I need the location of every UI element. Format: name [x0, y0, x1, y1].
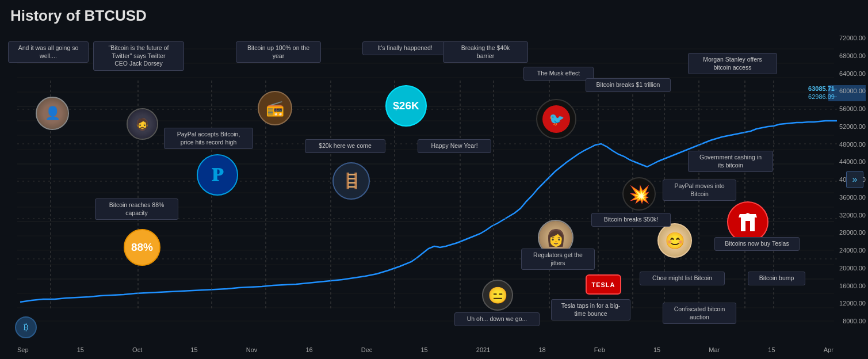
- annotation-88capacity: Bitcoin reaches 88%capacity: [95, 198, 178, 220]
- circle-paypal: 𝐏: [197, 154, 238, 196]
- circle-ladder: 🪜: [332, 162, 370, 200]
- annotation-50k: Bitcoin breaks $50k!: [591, 213, 671, 227]
- circle-crypto-logo: ₿: [15, 316, 37, 338]
- circle-explosion: 💥: [622, 177, 656, 211]
- chart-container: History of BTCUSD: [0, 0, 868, 359]
- circle-twitter-musk: 🐦: [536, 99, 576, 139]
- annotation-morgan: Morgan Stanley offersbitcoin access: [688, 53, 777, 74]
- annotation-twitter-dorsey: "Bitcoin is the future ofTwitter" says T…: [93, 41, 184, 71]
- annotation-confiscated: Confiscated bitcoinauction: [663, 303, 736, 324]
- price-low: 62986.09: [808, 93, 835, 100]
- annotation-paypal: PayPal accepts Bitcoin,price hits record…: [164, 128, 253, 149]
- price-high: 63085.71: [808, 85, 835, 92]
- annotation-trillion: Bitcoin breaks $1 trillion: [586, 78, 671, 92]
- annotation-regulators: Regulators get thejitters: [521, 249, 595, 270]
- circle-tesla-badge: TESLA: [586, 274, 621, 295]
- annotation-btc-100: Bitcoin up 100% on theyear: [236, 41, 321, 63]
- annotation-govt: Government cashing inits bitcoin: [688, 151, 773, 172]
- circle-person1: 👤: [36, 97, 69, 130]
- page-title: History of BTCUSD: [10, 7, 147, 25]
- circle-dorsey: 🧔: [127, 108, 158, 140]
- annotation-paypal2: PayPal moves intoBitcoin: [663, 180, 736, 201]
- annotation-40k: Breaking the $40kbarrier: [443, 41, 528, 63]
- annotation-tesla-bounce: Tesla taps in for a big-time bounce: [551, 299, 630, 320]
- circle-26k: $26K: [385, 85, 427, 127]
- circle-88: 88%: [124, 229, 160, 266]
- annotation-down: Uh oh... down we go...: [454, 312, 540, 326]
- annotation-20k: $20k here we come: [305, 139, 385, 153]
- annotation-going-well: And it was all going sowell....: [8, 41, 89, 63]
- circle-emoji-sad: 😑: [482, 280, 513, 311]
- annotation-new-year: Happy New Year!: [418, 139, 491, 153]
- circle-jukebox: 📻: [258, 91, 292, 125]
- circle-person-smiling: 😊: [657, 223, 692, 258]
- x-axis: Sep 15 Oct 15 Nov 16 Dec 15 2021 18 Feb …: [17, 346, 833, 353]
- nav-forward-button[interactable]: »: [846, 171, 863, 188]
- annotation-finally: It's finally happened!: [362, 41, 448, 55]
- svg-text:🐦: 🐦: [549, 112, 565, 127]
- annotation-tesla-buy: Bitcoins now buy Teslas: [714, 237, 800, 251]
- annotation-bump: Bitcoin bump: [748, 272, 805, 285]
- annotation-cboe: Cboe might list Bitcoin: [640, 272, 725, 285]
- annotation-musk: The Musk effect: [523, 67, 594, 81]
